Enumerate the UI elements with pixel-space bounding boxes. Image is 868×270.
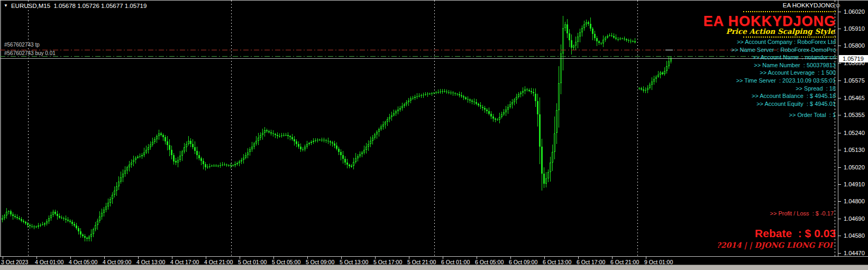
current-price-box: 1.05719 — [839, 55, 868, 62]
ea-info-line: >> Order Total : 1 — [561, 111, 836, 119]
price-axis-tick — [838, 184, 841, 185]
price-axis-label: 1.04800 — [844, 198, 865, 204]
ea-info-line: >> Account Company : RoboForex Ltd — [561, 38, 836, 46]
ea-info-line: >> Account Leverage : 1 500 — [561, 69, 836, 77]
price-axis-tick — [838, 115, 841, 115]
symbol-ohlc-label: ▼EURUSD,M15 1.05678 1.05726 1.05677 1.05… — [4, 3, 147, 9]
ea-info-line: >> Name Number : 500379813 — [561, 61, 836, 69]
price-axis-label: 1.05020 — [844, 164, 865, 170]
window-bottom-edge — [0, 265, 868, 270]
price-axis-label: 1.05240 — [844, 130, 865, 136]
ea-info-line: >> Account Name : notandor cn — [561, 53, 836, 61]
rebate-label: Rebate : $ 0.03 — [561, 227, 836, 240]
price-axis-label: 1.05800 — [844, 42, 865, 49]
price-axis-tick — [838, 98, 841, 98]
price-axis-label: 1.06020 — [844, 8, 865, 15]
yellow-dotted-divider — [743, 37, 836, 38]
price-axis-label: 1.05130 — [844, 147, 865, 153]
symbol-dropdown-icon: ▼ — [4, 3, 8, 8]
price-axis-tick — [838, 46, 841, 46]
ea-info-line: >> Spread : 18 — [561, 85, 836, 93]
order-tp-label: #567602743 tp — [4, 42, 40, 48]
price-axis-tick — [838, 12, 841, 12]
price-axis-tick — [838, 29, 841, 29]
ea-info-line: >> Account Balance : $ 4945.18 — [561, 92, 836, 100]
time-axis[interactable]: 3 Oct 20234 Oct 01:004 Oct 05:004 Oct 09… — [0, 256, 868, 265]
price-axis-tick — [838, 253, 841, 254]
price-axis-tick — [838, 80, 841, 81]
ea-info-line: >> Time Server : 2023.10.09 03:55:01 — [561, 77, 836, 85]
price-axis-tick — [838, 63, 841, 64]
price-axis-label: 1.04580 — [844, 232, 865, 239]
price-axis-tick — [838, 167, 841, 168]
ea-info-line: >> Account Equity : $ 4945.01 — [561, 100, 836, 108]
price-axis-tick — [838, 150, 841, 150]
price-axis-label: 1.04690 — [844, 215, 865, 222]
price-axis-tick — [838, 236, 841, 236]
mt4-chart-window: ▼EURUSD,M15 1.05678 1.05726 1.05677 1.05… — [0, 0, 868, 270]
account-info-list: >> Account Company : RoboForex Ltd>> Nam… — [561, 38, 836, 119]
price-axis-label: 1.05910 — [844, 25, 865, 32]
profit-loss-label: >> Profit / Loss : $ -0.17 — [559, 210, 834, 217]
ea-info-line: >> Name Server : RoboForex-DemoPro — [561, 46, 836, 54]
price-axis-label: 1.05575 — [844, 77, 865, 84]
ea-credit-label: ?2014 | | DJONG LIONG FOI — [558, 241, 833, 249]
price-axis-label: 1.05465 — [844, 95, 865, 101]
price-axis-tick — [838, 133, 841, 133]
price-axis-label: 1.04910 — [844, 181, 865, 187]
ea-header-label: EA HOKKYDJONG☺ — [566, 2, 841, 8]
price-axis-label: 1.05355 — [844, 112, 865, 118]
price-axis-tick — [838, 201, 841, 202]
ea-subtitle-label: Price Action Scalping Style — [560, 27, 835, 35]
yellow-dotted-divider — [743, 11, 836, 12]
order-buy-label: #567602743 buy 0.01 — [4, 50, 56, 56]
price-axis[interactable]: 1.05719 1.060201.059101.058001.056901.05… — [838, 1, 868, 256]
symbol-ohlc-text: EURUSD,M15 1.05678 1.05726 1.05677 1.057… — [11, 3, 147, 9]
price-axis-label: 1.04470 — [844, 250, 865, 256]
price-axis-tick — [838, 219, 841, 219]
